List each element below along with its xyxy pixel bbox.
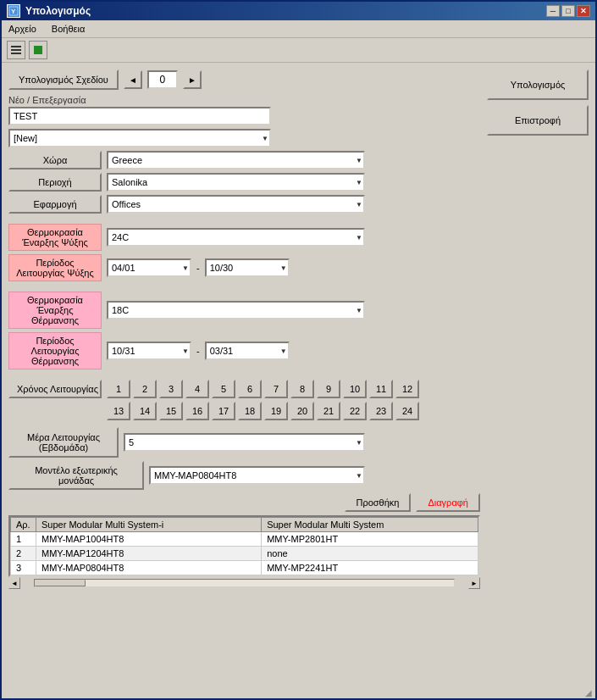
region-select[interactable]: Salonika [107, 173, 365, 192]
day-select[interactable]: 5 [124, 433, 365, 452]
hour-btn-24[interactable]: 24 [395, 402, 419, 420]
dropdown1-select[interactable]: [New] [8, 129, 271, 147]
resize-handle[interactable]: ◢ [585, 688, 594, 697]
hours-row1: 123456789101112 [107, 380, 419, 398]
hour-btn-9[interactable]: 9 [317, 380, 340, 398]
calc-button[interactable]: Υπολογισμός [487, 69, 589, 100]
nav-value: 0 [147, 70, 178, 89]
add-button[interactable]: Προσθήκη [345, 493, 412, 512]
scroll-left-arrow[interactable]: ◄ [8, 577, 20, 589]
heating-to-select[interactable]: 03/31 [205, 342, 290, 360]
heating-period-label: Περίοδος Λειτουργίας Θέρμανσης [8, 332, 102, 369]
maximize-button[interactable]: □ [561, 5, 575, 17]
name-input[interactable] [8, 107, 271, 125]
nav-next-button[interactable]: ► [183, 70, 202, 89]
app-select[interactable]: Offices [107, 195, 365, 214]
hour-btn-20[interactable]: 20 [290, 402, 314, 420]
heating-temp-select[interactable]: 18C [107, 301, 365, 319]
table-row[interactable]: 1 MMY-MAP1004HT8 MMY-MP2801HT [11, 532, 478, 547]
nav-prev-button[interactable]: ◄ [124, 70, 142, 89]
window-icon: Υ [7, 4, 20, 18]
hour-btn-7[interactable]: 7 [264, 380, 288, 398]
svg-rect-5 [34, 46, 42, 54]
main-content: Υπολογισμός Σχεδίου ◄ 0 ► Νέο / Επεξεργα… [2, 63, 595, 596]
hours-label-button[interactable]: Χρόνος Λειτουργίας [8, 380, 102, 398]
top-section: Υπολογισμός Σχεδίου ◄ 0 ► [8, 69, 480, 90]
country-select[interactable]: Greece [107, 151, 365, 169]
hour-btn-17[interactable]: 17 [212, 402, 235, 420]
hour-btn-4[interactable]: 4 [185, 380, 209, 398]
toolbar [2, 38, 595, 63]
country-label-button[interactable]: Χώρα [8, 151, 102, 169]
hour-btn-16[interactable]: 16 [185, 402, 209, 420]
hour-btn-6[interactable]: 6 [238, 380, 262, 398]
model-select[interactable]: MMY-MAP0804HT8 [149, 466, 365, 485]
heating-from-select[interactable]: 10/31 [107, 342, 191, 360]
left-panel: Υπολογισμός Σχεδίου ◄ 0 ► Νέο / Επεξεργα… [8, 69, 480, 589]
toolbar-icon1[interactable] [7, 41, 25, 59]
cooling-to-select[interactable]: 10/30 [205, 258, 290, 277]
hour-btn-2[interactable]: 2 [133, 380, 157, 398]
app-label-button[interactable]: Εφαρμογή [8, 195, 102, 214]
cell-super-i: MMY-MAP1204HT8 [36, 547, 262, 561]
table-section: Προσθήκη Διαγραφή Αρ. Super Modular Mult… [8, 493, 480, 589]
delete-button[interactable]: Διαγραφή [416, 493, 480, 512]
hour-btn-13[interactable]: 13 [107, 402, 130, 420]
model-row: Μοντέλο εξωτερικής μονάδας MMY-MAP0804HT… [8, 461, 480, 490]
heating-dash: - [196, 346, 200, 356]
minimize-button[interactable]: ─ [546, 5, 560, 17]
main-window: Υ Υπολογισμός ─ □ ✕ Αρχείο Βοήθεια Υπολο… [0, 0, 597, 700]
scroll-right-arrow[interactable]: ► [468, 577, 480, 589]
heating-to-wrapper: 03/31 [205, 342, 290, 360]
close-button[interactable]: ✕ [577, 5, 590, 17]
svg-rect-3 [11, 49, 21, 51]
cooling-temp-select[interactable]: 24C [107, 228, 365, 247]
menu-help[interactable]: Βοήθεια [48, 22, 88, 36]
hour-btn-21[interactable]: 21 [317, 402, 340, 420]
toolbar-icon2[interactable] [29, 41, 47, 59]
model-label-button[interactable]: Μοντέλο εξωτερικής μονάδας [8, 461, 144, 490]
return-button[interactable]: Επιστροφή [487, 105, 589, 136]
hour-btn-12[interactable]: 12 [395, 380, 419, 398]
col-super-header: Super Modular Multi System-i [36, 518, 262, 532]
table-body: 1 MMY-MAP1004HT8 MMY-MP2801HT 2 MMY-MAP1… [11, 532, 478, 575]
hours-row2: 131415161718192021222324 [107, 402, 419, 420]
hour-btn-22[interactable]: 22 [343, 402, 367, 420]
cooling-period-row: Περίοδος Λειτουργίας Ψύξης 04/01 - 10/30 [8, 254, 480, 281]
table-row[interactable]: 2 MMY-MAP1204HT8 none [11, 547, 478, 561]
hour-btn-15[interactable]: 15 [159, 402, 183, 420]
region-row: Περιοχή Salonika [8, 173, 480, 192]
hour-btn-8[interactable]: 8 [290, 380, 314, 398]
model-select-wrapper: MMY-MAP0804HT8 [149, 466, 365, 485]
table-actions: Προσθήκη Διαγραφή [8, 493, 480, 512]
table-header: Αρ. Super Modular Multi System-i Super M… [11, 518, 478, 532]
menu-file[interactable]: Αρχείο [5, 22, 40, 36]
hour-btn-19[interactable]: 19 [264, 402, 288, 420]
right-panel: Υπολογισμός Επιστροφή [487, 69, 589, 589]
cooling-from-wrapper: 04/01 [107, 258, 191, 277]
hour-btn-10[interactable]: 10 [343, 380, 367, 398]
hour-btn-14[interactable]: 14 [133, 402, 157, 420]
heating-temp-label: Θερμοκρασία Έναρξης Θέρμανσης [8, 292, 102, 329]
calc-scheme-button[interactable]: Υπολογισμός Σχεδίου [8, 69, 119, 90]
name-row [8, 107, 480, 125]
table-row[interactable]: 3 MMY-MAP0804HT8 MMY-MP2241HT [11, 561, 478, 575]
menu-bar: Αρχείο Βοήθεια [2, 20, 595, 38]
cooling-from-select[interactable]: 04/01 [107, 258, 191, 277]
hour-btn-1[interactable]: 1 [107, 380, 130, 398]
scrollbar-thumb[interactable] [35, 580, 86, 586]
cooling-temp-wrapper: 24C [107, 228, 365, 247]
hour-btn-23[interactable]: 23 [369, 402, 393, 420]
hour-btn-3[interactable]: 3 [159, 380, 183, 398]
country-row: Χώρα Greece [8, 151, 480, 169]
hour-btn-5[interactable]: 5 [212, 380, 235, 398]
hours-grid-container: 123456789101112 131415161718192021222324 [107, 380, 419, 424]
hour-btn-11[interactable]: 11 [369, 380, 393, 398]
region-label-button[interactable]: Περιοχή [8, 173, 102, 192]
dropdown1-row: [New] [8, 129, 480, 147]
hour-btn-18[interactable]: 18 [238, 402, 262, 420]
cell-super-i: MMY-MAP1004HT8 [36, 532, 262, 547]
title-bar: Υ Υπολογισμός ─ □ ✕ [2, 2, 595, 20]
day-label-button[interactable]: Μέρα Λειτουργίας (Εβδομάδα) [8, 427, 119, 458]
heating-period-inputs: 10/31 - 03/31 [107, 342, 290, 360]
